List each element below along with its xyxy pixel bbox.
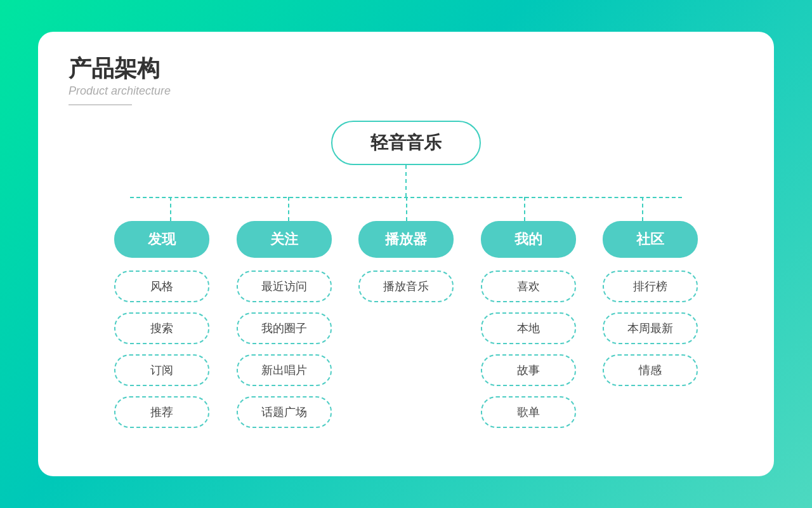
level2-node-guanzhu: 关注 [237,221,332,258]
columns-container: 发现风格搜索订阅推荐关注最近访问我的圈子新出唱片话题广场播放器播放音乐我的喜欢本… [108,221,704,438]
level2-node-bofangqi: 播放器 [358,221,454,258]
col-shequ: 社区排行榜本周最新情感 [596,221,704,396]
root-node: 轻音音乐 [331,121,481,165]
child-node-faxian-3: 推荐 [114,396,209,428]
child-node-guanzhu-2: 新出唱片 [237,354,332,386]
main-card: 产品架构 Product architecture 轻音音乐 发现风格搜索订阅推… [38,32,774,476]
architecture-diagram: 轻音音乐 发现风格搜索订阅推荐关注最近访问我的圈子新出唱片话题广场播放器播放音乐… [69,121,743,438]
child-node-guanzhu-1: 我的圈子 [237,312,332,344]
drop-4 [642,197,643,221]
child-node-shequ-2: 情感 [603,354,698,386]
title-divider [69,104,132,105]
child-node-wode-3: 歌单 [481,396,576,428]
col-wode: 我的喜欢本地故事歌单 [475,221,582,438]
child-node-faxian-2: 订阅 [114,354,209,386]
page-title-zh: 产品架构 [69,55,743,82]
col-bofangqi: 播放器播放音乐 [352,221,460,312]
level2-node-shequ: 社区 [603,221,698,258]
drop-0 [170,197,171,221]
h-connector [130,197,682,221]
child-node-wode-2: 故事 [481,354,576,386]
drop-1 [288,197,289,221]
level2-node-wode: 我的 [481,221,576,258]
child-node-shequ-0: 排行榜 [603,271,698,302]
drop-2 [406,197,407,221]
child-node-guanzhu-0: 最近访问 [237,271,332,302]
col-faxian: 发现风格搜索订阅推荐 [108,221,216,438]
child-node-shequ-1: 本周最新 [603,312,698,344]
drop-3 [524,197,525,221]
level2-node-faxian: 发现 [114,221,209,258]
root-v-line [405,165,407,197]
title-block: 产品架构 Product architecture [69,55,743,105]
child-node-guanzhu-3: 话题广场 [237,396,332,428]
page-title-en: Product architecture [69,84,743,98]
child-node-faxian-1: 搜索 [114,312,209,344]
child-node-bofangqi-0: 播放音乐 [358,271,454,302]
child-node-faxian-0: 风格 [114,271,209,302]
child-node-wode-1: 本地 [481,312,576,344]
col-guanzhu: 关注最近访问我的圈子新出唱片话题广场 [230,221,338,438]
child-node-wode-0: 喜欢 [481,271,576,302]
